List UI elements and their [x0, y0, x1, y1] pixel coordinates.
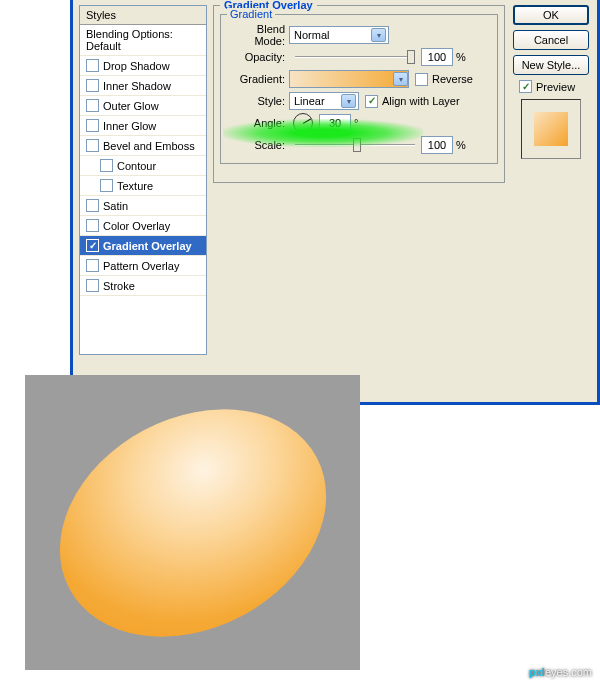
right-panel: OK Cancel New Style... Preview	[513, 5, 591, 159]
style-dropdown[interactable]: Linear ▾	[289, 92, 359, 110]
style-pattern-overlay[interactable]: Pattern Overlay	[80, 256, 206, 276]
ok-button[interactable]: OK	[513, 5, 589, 25]
style-drop-shadow[interactable]: Drop Shadow	[80, 56, 206, 76]
style-contour[interactable]: Contour	[80, 156, 206, 176]
angle-row: Angle: 30 °	[227, 113, 491, 133]
result-canvas	[25, 375, 360, 670]
gradient-picker[interactable]: ▾	[289, 70, 409, 88]
checkbox[interactable]	[415, 73, 428, 86]
gradient-ellipse	[20, 364, 366, 681]
checkbox[interactable]	[86, 79, 99, 92]
blend-mode-label: Blend Mode:	[227, 23, 289, 47]
checkbox[interactable]	[86, 219, 99, 232]
checkbox[interactable]	[86, 99, 99, 112]
preview-box	[521, 99, 581, 159]
opacity-label: Opacity:	[227, 51, 289, 63]
percent-unit: %	[456, 51, 466, 63]
opacity-slider[interactable]	[295, 50, 415, 64]
reverse-option[interactable]: Reverse	[415, 73, 473, 86]
new-style-button[interactable]: New Style...	[513, 55, 589, 75]
style-satin[interactable]: Satin	[80, 196, 206, 216]
style-inner-glow[interactable]: Inner Glow	[80, 116, 206, 136]
slider-thumb[interactable]	[407, 50, 415, 64]
cancel-button[interactable]: Cancel	[513, 30, 589, 50]
style-stroke[interactable]: Stroke	[80, 276, 206, 296]
scale-row: Scale: 100 %	[227, 135, 491, 155]
preview-option[interactable]: Preview	[519, 80, 591, 93]
align-with-layer-option[interactable]: Align with Layer	[365, 95, 460, 108]
slider-thumb[interactable]	[353, 138, 361, 152]
checkbox[interactable]	[86, 139, 99, 152]
checkbox[interactable]	[86, 259, 99, 272]
checkbox[interactable]	[365, 95, 378, 108]
checkbox[interactable]	[100, 159, 113, 172]
blending-options-default[interactable]: Blending Options: Default	[80, 25, 206, 56]
style-label: Style:	[227, 95, 289, 107]
opacity-row: Opacity: 100 %	[227, 47, 491, 67]
percent-unit: %	[456, 139, 466, 151]
style-texture[interactable]: Texture	[80, 176, 206, 196]
gradient-group-title: Gradient	[227, 8, 275, 20]
checkbox[interactable]	[86, 279, 99, 292]
angle-dial[interactable]	[293, 113, 313, 133]
checkbox[interactable]	[519, 80, 532, 93]
chevron-down-icon: ▾	[341, 94, 356, 108]
style-color-overlay[interactable]: Color Overlay	[80, 216, 206, 236]
checkbox[interactable]	[86, 59, 99, 72]
chevron-down-icon: ▾	[371, 28, 386, 42]
checkbox[interactable]	[86, 199, 99, 212]
style-outer-glow[interactable]: Outer Glow	[80, 96, 206, 116]
gradient-group: Gradient Blend Mode: Normal ▾ Opacity: 1…	[220, 14, 498, 164]
layer-style-dialog: Styles Blending Options: Default Drop Sh…	[70, 0, 600, 405]
styles-panel: Styles Blending Options: Default Drop Sh…	[79, 5, 207, 355]
chevron-down-icon: ▾	[393, 72, 408, 86]
gradient-row: Gradient: ▾ Reverse	[227, 69, 491, 89]
opacity-input[interactable]: 100	[421, 48, 453, 66]
settings-panel: Gradient Overlay Gradient Blend Mode: No…	[213, 5, 505, 183]
blend-mode-dropdown[interactable]: Normal ▾	[289, 26, 389, 44]
preview-swatch	[534, 112, 568, 146]
scale-label: Scale:	[227, 139, 289, 151]
angle-label: Angle:	[227, 117, 289, 129]
checkbox[interactable]	[86, 119, 99, 132]
gradient-label: Gradient:	[227, 73, 289, 85]
watermark: pxleyes.com	[529, 664, 592, 679]
blend-mode-row: Blend Mode: Normal ▾	[227, 25, 491, 45]
styles-header: Styles	[80, 6, 206, 25]
degree-unit: °	[354, 117, 358, 129]
style-inner-shadow[interactable]: Inner Shadow	[80, 76, 206, 96]
style-gradient-overlay[interactable]: Gradient Overlay	[80, 236, 206, 256]
styles-list: Drop Shadow Inner Shadow Outer Glow Inne…	[80, 56, 206, 296]
angle-input[interactable]: 30	[319, 114, 351, 132]
scale-input[interactable]: 100	[421, 136, 453, 154]
style-bevel-emboss[interactable]: Bevel and Emboss	[80, 136, 206, 156]
checkbox[interactable]	[100, 179, 113, 192]
style-row: Style: Linear ▾ Align with Layer	[227, 91, 491, 111]
scale-slider[interactable]	[295, 138, 415, 152]
checkbox[interactable]	[86, 239, 99, 252]
